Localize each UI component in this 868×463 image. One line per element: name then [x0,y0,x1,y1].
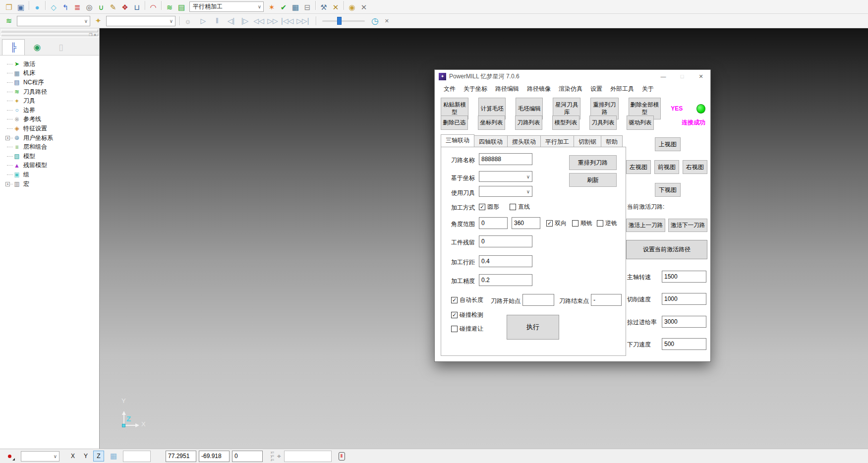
circular-checkbox[interactable]: 圆形 [479,203,499,211]
expand-icon[interactable]: + [5,182,10,186]
menu-settings[interactable]: 设置 [586,83,606,95]
slider-handle[interactable] [337,17,342,25]
leads-links-icon[interactable]: ∪ [95,1,107,13]
snap-mode-select[interactable]: ∨ [21,451,59,462]
stock-allowance-input[interactable] [479,235,532,247]
transform-icon[interactable]: ✕ [330,1,342,13]
coord-z-input[interactable] [232,451,263,462]
pause-indicator-icon[interactable]: ‖ [339,452,345,461]
climb-mill-checkbox[interactable]: 顺铣 [572,219,592,228]
activate-next-toolpath-button[interactable]: 激活下一刀路 [668,219,707,232]
menu-file[interactable]: 文件 [440,83,460,95]
maximize-button[interactable]: □ [673,70,692,83]
menu-render-simulation[interactable]: 渲染仿真 [555,83,586,95]
calculator-icon[interactable]: ▦ [289,1,301,13]
cutting-feed-input[interactable] [662,293,706,305]
tree-item-machine-tools[interactable]: ▦ 机床 [3,69,99,78]
based-coordinate-select[interactable]: ∨ [479,171,532,182]
execute-button[interactable]: 执行 [507,315,559,340]
view-right-button[interactable]: 右视图 [683,160,707,174]
delete-selected-button[interactable]: 删除已选 [441,116,468,130]
point-distribution-icon[interactable]: ❖ [119,1,131,13]
menu-path-edit[interactable]: 路径编辑 [491,83,523,95]
shaded-view-icon[interactable]: ● [31,1,43,13]
toolpath-name-input[interactable] [479,153,532,165]
grid-toggle-button[interactable]: ▦ [107,451,120,462]
rearrange-toolpaths-button[interactable]: 重排列刀路 [569,155,617,170]
toolpath-verify-icon[interactable]: ✶ [266,1,278,13]
tree-item-macros[interactable]: + ▥ 宏 [3,179,99,189]
tree-item-boundaries[interactable]: ○ 边界 [3,106,99,115]
view-left-button[interactable]: 左视图 [626,160,651,174]
tree-item-levels-and-sets[interactable]: ≡ 层和组合 [3,142,99,152]
activate-prev-toolpath-button[interactable]: 激活上一刀路 [626,219,665,232]
spindle-speed-input[interactable] [662,271,706,283]
tolerance-input[interactable] [479,274,532,286]
close-toolbar-icon[interactable]: ✕ [381,15,393,27]
view-bottom-button[interactable]: 下视图 [655,183,681,197]
lightbulb-icon[interactable]: ☼ [182,15,194,27]
globe-view-tab[interactable]: ◉ [26,39,49,55]
minimize-button[interactable]: — [654,70,673,83]
rewind-button[interactable]: ◁◁ [253,15,264,27]
tree-item-tools[interactable]: ✦ 刀具 [3,96,99,106]
tool-list-button[interactable]: 刀具列表 [589,116,617,130]
menu-external-tools[interactable]: 外部工具 [606,83,638,95]
panel-grip[interactable]: ❐✕ [1,33,98,36]
grid-size-input[interactable] [123,451,151,462]
skim-feed-input[interactable] [662,316,706,328]
ruler-icon[interactable]: ⊟ [301,1,313,13]
toolpath-icon[interactable]: ≋ [164,1,175,13]
save-project-icon[interactable]: ▣ [15,1,27,13]
block-icon[interactable]: ◇ [48,1,59,13]
locator-icon[interactable]: ⌖ [277,452,281,461]
strategy-list-icon[interactable]: ▤ [175,1,187,13]
start-point-input[interactable] [522,294,554,306]
tree-item-nc-programs[interactable]: ▤ NC程序 [3,78,99,87]
axis-x-button[interactable]: X [67,451,78,462]
close-button[interactable]: ✕ [692,70,710,83]
coordinate-list-button[interactable]: 坐标列表 [478,116,505,130]
simulate-blocks-icon[interactable]: ◉ [346,1,358,13]
tree-item-reference-lines[interactable]: ※ 参考线 [3,115,99,124]
axis-z-button[interactable]: Z [93,451,104,462]
tool-change-icon[interactable]: ⊔ [131,1,143,13]
toolpath-select[interactable]: ∨ [17,16,90,26]
coord-y-input[interactable] [199,451,230,462]
refresh-button[interactable]: 刷新 [569,173,617,187]
angle-to-input[interactable] [512,217,540,229]
menu-coordinates[interactable]: 关于坐标 [460,83,491,95]
go-start-button[interactable]: |◁◁ [281,15,293,27]
play-button[interactable]: ▷ [198,15,209,27]
plunge-feed-input[interactable] [662,338,706,350]
view-front-button[interactable]: 前视图 [654,160,679,174]
tree-item-feature-sets[interactable]: ◈ 特征设置 [3,124,99,133]
menu-path-mirror[interactable]: 路径镜像 [523,83,555,95]
fast-forward-button[interactable]: ▷▷ [267,15,278,27]
simulation-speed-slider[interactable] [322,16,365,26]
tree-item-models[interactable]: ▧ 模型 [3,152,99,161]
dialog-title-bar[interactable]: ✦ PowerMILL 忆梦星河 7.0.6 — □ ✕ [435,70,710,83]
bidirectional-checkbox[interactable]: 双向 [546,219,567,228]
conventional-mill-checkbox[interactable]: 逆铣 [597,219,617,228]
rapid-heights-icon[interactable]: ≣ [71,1,83,13]
clock-icon[interactable]: ◷ [369,15,381,27]
set-active-path-button[interactable]: 设置当前激活路径 [626,240,707,259]
coord-x-input[interactable] [166,451,196,462]
axis-y-button[interactable]: Y [80,451,91,462]
use-tool-select[interactable]: ∨ [479,186,532,197]
tree-item-stock-models[interactable]: ▲ 残留模型 [3,161,99,171]
tool-select[interactable]: ∨ [106,16,175,26]
close-toolbar-icon[interactable]: ✕ [358,1,370,13]
pause-button[interactable]: ‖ [212,15,223,27]
drive-list-button[interactable]: 驱动列表 [627,116,654,130]
go-end-button[interactable]: ▷▷| [296,15,309,27]
angle-from-input[interactable] [479,217,508,229]
strategy-preset-select[interactable]: 平行精加工 ∨ [189,1,264,12]
tool-start-point-icon[interactable]: ◎ [83,1,95,13]
auto-length-checkbox[interactable]: 自动长度 [451,296,483,304]
pick-point-button[interactable] [3,451,16,462]
line-checkbox[interactable]: 直线 [510,203,530,211]
float-panel-icon[interactable]: ❐ [89,33,92,37]
open-project-icon[interactable]: ❐ [3,1,15,13]
